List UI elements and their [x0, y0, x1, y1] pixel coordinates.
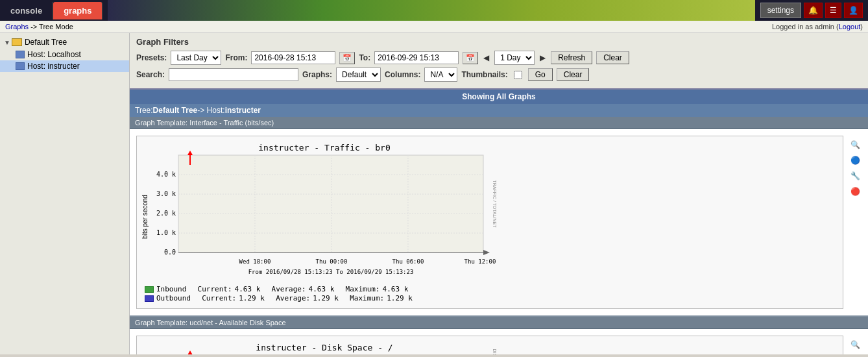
columns-label: Columns: — [385, 70, 420, 79]
thumbnails-checkbox[interactable] — [514, 71, 522, 79]
tree-arrow: -> — [197, 106, 206, 115]
from-calendar-button[interactable]: 📅 — [339, 52, 355, 64]
to-input[interactable] — [374, 51, 459, 64]
graphs-tab[interactable]: graphs — [53, 2, 102, 19]
menu-icon-button[interactable]: ☰ — [825, 3, 841, 18]
filter-row-2: Search: Graphs: Default Columns: N/A Thu… — [136, 68, 862, 82]
legend-outbound-color — [145, 295, 154, 302]
columns-select[interactable]: N/A — [424, 68, 457, 82]
spike-arrow — [187, 151, 193, 155]
breadcrumb-separator: -> — [29, 23, 39, 31]
settings-button[interactable]: settings — [760, 3, 801, 18]
filter-row-1: Presets: Last Day From: 📅 To: 📅 ◀ 1 Day … — [136, 51, 862, 65]
search-input[interactable] — [169, 68, 298, 81]
graph1-template-name: Interface - Traffic (bits/sec) — [189, 119, 274, 127]
top-bar-decoration — [108, 0, 754, 21]
legend-inbound-avg: 4.63 k — [309, 285, 335, 293]
y-label-3k: 3.0 k — [156, 190, 176, 197]
legend-inbound-max: 4.63 k — [383, 285, 409, 293]
graph2-spike-arrow — [187, 351, 193, 354]
graph1-wrapper: instructer - Traffic - br0 bits per seco… — [136, 136, 862, 309]
host-icon-localhost — [16, 51, 25, 58]
legend-inbound-current-label: Current: — [189, 285, 232, 293]
top-bar: console graphs settings 🔔 ☰ 👤 — [0, 0, 868, 21]
go-button[interactable]: Go — [528, 68, 553, 81]
content-area: Graph Filters Presets: Last Day From: 📅 … — [130, 33, 868, 354]
sidebar-default-tree-label: Default Tree — [25, 38, 67, 47]
graph1-zoom-button[interactable]: 🔍 — [849, 138, 862, 151]
graph-filters-panel: Graph Filters Presets: Last Day From: 📅 … — [130, 33, 868, 90]
thumbnails-label: Thumbnails: — [461, 70, 507, 79]
x-axis-arrow — [483, 250, 490, 255]
graph1-icons-panel: 🔍 🔵 🔧 🔴 — [849, 136, 862, 198]
graph1-settings-button[interactable]: 🔧 — [849, 169, 862, 182]
legend-outbound-row: Outbound Current: 1.29 k Average: 1.29 k… — [145, 294, 835, 302]
logout-link[interactable]: Logout — [839, 23, 861, 31]
legend-inbound-color — [145, 286, 154, 293]
x-label-thu00: Thu 00:00 — [316, 258, 348, 265]
to-calendar-button[interactable]: 📅 — [463, 52, 478, 64]
graph1-chart-area — [178, 155, 483, 252]
sidebar-localhost-label: Host: Localhost — [27, 50, 81, 59]
sidebar-item-instructer[interactable]: Host: instructer — [0, 60, 129, 72]
tree-path-bar: Tree:Default Tree-> Host:instructer — [130, 104, 868, 117]
legend-outbound-current-label: Current: — [193, 294, 236, 302]
graph2-title: instructer - Disk Space - / — [256, 343, 392, 352]
refresh-button[interactable]: Refresh — [551, 51, 592, 64]
graphs-filter-label: Graphs: — [302, 70, 332, 79]
user-icon-button[interactable]: 👤 — [844, 3, 863, 18]
graph1-from-to: From 2016/09/28 15:13:23 To 2016/09/29 1… — [248, 269, 414, 275]
host-icon-instructer — [16, 62, 25, 70]
graph2-wrapper: instructer - Disk Space - / 200 G DISK S… — [136, 336, 862, 354]
graphs-breadcrumb-link[interactable]: Graphs — [5, 23, 29, 31]
graph2-zoom-button[interactable]: 🔍 — [849, 338, 862, 351]
host-label: Host: — [207, 106, 225, 115]
x-label-thu12: Thu 12:00 — [464, 258, 496, 265]
folder-icon — [12, 38, 22, 46]
main-layout: ▼ Default Tree Host: Localhost Host: ins… — [0, 33, 868, 354]
logged-in-info: Logged in as admin (Logout) — [772, 23, 863, 31]
x-label-wed: Wed 18:00 — [239, 258, 271, 265]
top-bar-right: settings 🔔 ☰ 👤 — [760, 3, 868, 18]
graphs-select[interactable]: Default — [336, 68, 381, 82]
y-label-1k: 1.0 k — [156, 229, 176, 236]
legend-inbound-max-label: Maximum: — [337, 285, 380, 293]
from-input[interactable] — [251, 51, 335, 64]
graph1-template-bar: Graph Template: Interface - Traffic (bit… — [130, 117, 868, 129]
x-label-thu06: Thu 06:00 — [392, 258, 424, 265]
graph1-info-button[interactable]: 🔵 — [849, 154, 862, 167]
alert-icon-button[interactable]: 🔔 — [804, 3, 823, 18]
graph1-delete-button[interactable]: 🔴 — [849, 185, 862, 198]
legend-outbound-max-label: Maximum: — [341, 294, 384, 302]
graph1-chart: instructer - Traffic - br0 bits per seco… — [136, 136, 843, 309]
y-label-4k: 4.0 k — [156, 171, 176, 178]
graph2-template-name: ucd/net - Available Disk Space — [189, 319, 285, 326]
clear2-button[interactable]: Clear — [557, 68, 590, 81]
tree-toggle-icon[interactable]: ▼ — [4, 39, 10, 46]
legend-inbound-label: Inbound — [156, 285, 186, 293]
graph2-section: instructer - Disk Space - / 200 G DISK S… — [130, 329, 868, 354]
presets-select[interactable]: Last Day — [171, 51, 221, 65]
tree-name: Default Tree — [153, 106, 198, 115]
legend-outbound-label: Outbound — [156, 294, 191, 302]
graph2-svg: instructer - Disk Space - / 200 G DISK S… — [139, 339, 509, 354]
period-select[interactable]: 1 Day — [494, 51, 535, 65]
breadcrumb-current: Tree Mode — [39, 23, 73, 31]
graph1-legend: Inbound Current: 4.63 k Average: 4.63 k … — [139, 282, 840, 306]
y-label-0: 0.0 — [164, 249, 176, 256]
graph1-y-label: bits per second — [141, 195, 149, 239]
legend-inbound-row: Inbound Current: 4.63 k Average: 4.63 k … — [145, 285, 835, 293]
presets-label: Presets: — [136, 53, 167, 62]
graph1-section: instructer - Traffic - br0 bits per seco… — [130, 129, 868, 317]
to-label: To: — [359, 53, 370, 62]
legend-outbound-avg: 1.29 k — [313, 294, 339, 302]
console-tab[interactable]: console — [0, 2, 53, 19]
sidebar-instructer-label: Host: instructer — [27, 62, 80, 71]
legend-inbound-avg-label: Average: — [263, 285, 306, 293]
graph2-info-button[interactable]: 🔵 — [849, 354, 862, 354]
sidebar-default-tree[interactable]: ▼ Default Tree — [0, 36, 129, 49]
sidebar-item-localhost[interactable]: Host: Localhost — [0, 49, 129, 60]
graph2-icons-panel: 🔍 🔵 🔧 — [849, 336, 862, 354]
clear-button[interactable]: Clear — [596, 51, 629, 64]
tree-label: Tree: — [135, 106, 153, 115]
